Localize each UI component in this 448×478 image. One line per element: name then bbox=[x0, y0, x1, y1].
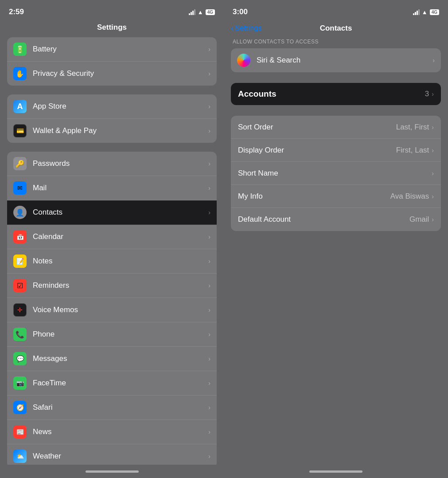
display-order-row[interactable]: Display Order First, Last › bbox=[231, 139, 441, 162]
signal-icon bbox=[189, 9, 195, 15]
siri-group: Siri & Search › bbox=[231, 48, 441, 72]
siri-label: Siri & Search bbox=[257, 56, 432, 65]
back-button[interactable]: ‹ Settings bbox=[231, 23, 262, 33]
contacts-label: Contacts bbox=[33, 208, 208, 217]
weather-row[interactable]: ⛅ Weather › bbox=[7, 444, 217, 465]
my-info-chevron: › bbox=[432, 193, 434, 200]
mail-label: Mail bbox=[33, 184, 208, 192]
notes-label: Notes bbox=[33, 257, 208, 266]
default-account-row[interactable]: Default Account Gmail › bbox=[231, 208, 441, 231]
reminders-chevron: › bbox=[208, 282, 210, 289]
short-name-label: Short Name bbox=[238, 169, 429, 178]
safari-icon: 🧭 bbox=[13, 401, 27, 414]
reminders-icon: ☑ bbox=[13, 279, 27, 292]
accounts-value: 3 bbox=[425, 90, 429, 98]
right-home-bar bbox=[309, 470, 362, 473]
safari-label: Safari bbox=[33, 403, 208, 412]
voicememos-label: Voice Memos bbox=[33, 306, 208, 314]
voicememos-row[interactable]: ✛ Voice Memos › bbox=[7, 298, 217, 322]
passwords-chevron: › bbox=[208, 160, 210, 167]
messages-row[interactable]: 💬 Messages › bbox=[7, 347, 217, 371]
section-apps: 🔑 Passwords › ✉ Mail › 👤 Contacts › 📅 Ca… bbox=[7, 152, 217, 465]
privacy-row[interactable]: ✋ Privacy & Security › bbox=[7, 62, 217, 86]
voicememos-chevron: › bbox=[208, 306, 210, 313]
right-home-indicator bbox=[224, 465, 448, 478]
sort-order-value: Last, First bbox=[396, 123, 429, 132]
right-status-icons: ▲︎ 4G bbox=[413, 9, 439, 16]
default-account-chevron: › bbox=[432, 216, 434, 223]
right-wifi-icon: ▲︎ bbox=[422, 9, 428, 16]
calendar-icon: 📅 bbox=[13, 230, 27, 243]
reminders-label: Reminders bbox=[33, 281, 208, 290]
messages-label: Messages bbox=[33, 354, 208, 363]
appstore-chevron: › bbox=[208, 103, 210, 110]
back-label: Settings bbox=[235, 24, 262, 33]
section-store: A App Store › 💳 Wallet & Apple Pay › bbox=[7, 94, 217, 143]
default-account-value: Gmail bbox=[409, 215, 429, 224]
left-nav-title: Settings bbox=[97, 23, 127, 31]
sort-order-row[interactable]: Sort Order Last, First › bbox=[231, 116, 441, 139]
siri-row[interactable]: Siri & Search › bbox=[231, 48, 441, 72]
phone-row[interactable]: 📞 Phone › bbox=[7, 322, 217, 347]
safari-row[interactable]: 🧭 Safari › bbox=[7, 396, 217, 420]
mail-row[interactable]: ✉ Mail › bbox=[7, 176, 217, 200]
settings-list: 🔋 Battery › ✋ Privacy & Security › A App… bbox=[0, 37, 224, 465]
notes-chevron: › bbox=[208, 258, 210, 265]
appstore-label: App Store bbox=[33, 102, 208, 111]
right-status-bar: 3:00 ▲︎ 4G bbox=[224, 0, 448, 21]
accounts-label: Accounts bbox=[238, 89, 425, 99]
short-name-row[interactable]: Short Name › bbox=[231, 162, 441, 185]
appstore-icon: A bbox=[13, 100, 27, 113]
left-home-indicator bbox=[0, 465, 224, 478]
weather-chevron: › bbox=[208, 453, 210, 460]
calendar-row[interactable]: 📅 Calendar › bbox=[7, 225, 217, 249]
notes-row[interactable]: 📝 Notes › bbox=[7, 249, 217, 274]
my-info-row[interactable]: My Info Ava Biswas › bbox=[231, 185, 441, 208]
mail-icon: ✉ bbox=[13, 181, 27, 195]
news-row[interactable]: 📰 News › bbox=[7, 420, 217, 444]
privacy-chevron: › bbox=[208, 70, 210, 77]
messages-icon: 💬 bbox=[13, 352, 27, 365]
wallet-icon: 💳 bbox=[13, 124, 27, 137]
siri-section: ALLOW CONTACTS TO ACCESS Siri & Search › bbox=[231, 39, 441, 72]
siri-icon bbox=[237, 54, 250, 67]
accounts-chevron: › bbox=[432, 90, 434, 98]
right-content: ALLOW CONTACTS TO ACCESS Siri & Search ›… bbox=[224, 39, 448, 465]
wallet-row[interactable]: 💳 Wallet & Apple Pay › bbox=[7, 119, 217, 143]
news-label: News bbox=[33, 427, 208, 436]
section-top: 🔋 Battery › ✋ Privacy & Security › bbox=[7, 37, 217, 86]
contacts-chevron: › bbox=[208, 209, 210, 216]
news-icon: 📰 bbox=[13, 425, 27, 439]
facetime-row[interactable]: 📷 FaceTime › bbox=[7, 371, 217, 396]
phone-icon: 📞 bbox=[13, 328, 27, 341]
battery-row[interactable]: 🔋 Battery › bbox=[7, 37, 217, 62]
mail-chevron: › bbox=[208, 184, 210, 192]
appstore-row[interactable]: A App Store › bbox=[7, 94, 217, 119]
display-order-value: First, Last bbox=[396, 146, 429, 155]
short-name-chevron: › bbox=[432, 170, 434, 177]
passwords-row[interactable]: 🔑 Passwords › bbox=[7, 152, 217, 176]
detail-group: Sort Order Last, First › Display Order F… bbox=[231, 116, 441, 231]
contacts-icon: 👤 bbox=[13, 206, 27, 219]
my-info-label: My Info bbox=[238, 192, 390, 201]
right-lte-badge: 4G bbox=[430, 9, 439, 15]
allow-contacts-label: ALLOW CONTACTS TO ACCESS bbox=[231, 39, 441, 48]
left-time: 2:59 bbox=[9, 8, 24, 16]
passwords-icon: 🔑 bbox=[13, 157, 27, 170]
wallet-label: Wallet & Apple Pay bbox=[33, 126, 208, 135]
right-time: 3:00 bbox=[233, 8, 248, 16]
contacts-row[interactable]: 👤 Contacts › bbox=[7, 200, 217, 225]
notes-icon: 📝 bbox=[13, 255, 27, 268]
my-info-value: Ava Biswas bbox=[390, 192, 429, 201]
weather-label: Weather bbox=[33, 452, 208, 461]
privacy-icon: ✋ bbox=[13, 67, 27, 80]
messages-chevron: › bbox=[208, 355, 210, 362]
wifi-icon: ▲︎ bbox=[198, 9, 203, 16]
wallet-chevron: › bbox=[208, 127, 210, 134]
reminders-row[interactable]: ☑ Reminders › bbox=[7, 274, 217, 298]
left-status-bar: 2:59 ▲︎ 4G bbox=[0, 0, 224, 21]
accounts-row[interactable]: Accounts 3 › bbox=[231, 83, 441, 105]
sort-order-chevron: › bbox=[432, 124, 434, 131]
right-signal-icon bbox=[413, 9, 420, 15]
right-nav-header: ‹ Settings Contacts bbox=[224, 21, 448, 39]
